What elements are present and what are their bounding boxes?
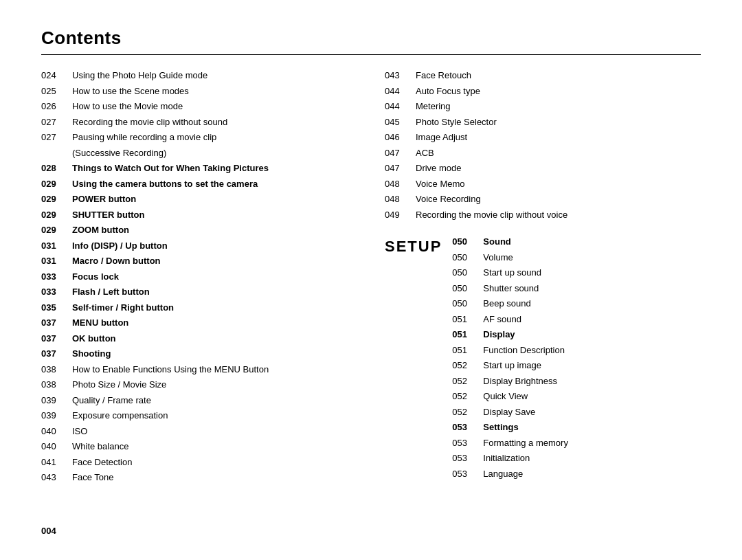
left-toc-entry: 037MENU button — [41, 316, 357, 330]
setup-sub-entry: 050Volume — [452, 251, 701, 265]
left-toc-entry: 039Exposure compensation — [41, 409, 357, 423]
left-toc-entry: 025How to use the Scene modes — [41, 85, 357, 98]
toc-number: 024 — [41, 69, 72, 82]
toc-number: 041 — [41, 456, 72, 469]
toc-number: 037 — [41, 347, 72, 361]
toc-number: 035 — [41, 301, 72, 315]
setup-sub-entry: 050Shutter sound — [452, 282, 701, 295]
toc-number: 050 — [452, 297, 483, 311]
toc-text: AF sound — [483, 313, 701, 326]
toc-number: 038 — [41, 363, 72, 377]
toc-number: 048 — [385, 177, 416, 191]
left-toc-entry: 029ZOOM button — [41, 223, 357, 237]
toc-number: 031 — [41, 239, 72, 253]
toc-number: 043 — [41, 471, 72, 484]
setup-sub-entry: 053Formatting a memory — [452, 436, 701, 450]
toc-number: 053 — [452, 451, 483, 465]
setup-section-title: Sound — [483, 235, 701, 249]
toc-text: Self-timer / Right button — [72, 301, 357, 315]
setup-section-header: 051Display — [452, 328, 701, 341]
setup-sub-entry: 052Display Brightness — [452, 374, 701, 388]
toc-text: Flash / Left button — [72, 285, 357, 299]
toc-number: 052 — [452, 390, 483, 403]
toc-text: POWER button — [72, 192, 357, 206]
toc-text: Start up sound — [483, 266, 701, 280]
toc-text: OK button — [72, 332, 357, 346]
toc-number: 033 — [41, 270, 72, 284]
toc-text: Info (DISP) / Up button — [72, 239, 357, 253]
left-toc-entry: 037Shooting — [41, 347, 357, 361]
left-column: 024Using the Photo Help Guide mode025How… — [41, 69, 371, 486]
setup-sub-entry: 050Start up sound — [452, 266, 701, 280]
right-toc-entry: 043Face Retouch — [385, 69, 701, 82]
toc-text: Shooting — [72, 347, 357, 361]
toc-number: 040 — [41, 440, 72, 453]
left-toc-entry: 040White balance — [41, 440, 357, 453]
left-toc-entry: 043Face Tone — [41, 471, 357, 484]
setup-section-title: Display — [483, 328, 701, 341]
toc-number: 045 — [385, 115, 416, 129]
toc-number: 046 — [385, 131, 416, 144]
toc-number: 029 — [41, 208, 72, 222]
setup-section: SETUP 050Sound050Volume050Start up sound… — [385, 235, 701, 482]
toc-text: Exposure compensation — [72, 409, 357, 423]
toc-text: Auto Focus type — [416, 85, 701, 98]
toc-text: ACB — [416, 146, 701, 160]
toc-text: Shutter sound — [483, 282, 701, 295]
page-footer: 004 — [41, 526, 56, 536]
right-toc-entry: 045Photo Style Selector — [385, 115, 701, 129]
toc-number: 029 — [41, 192, 72, 206]
setup-sub-entry: 053Language — [452, 467, 701, 481]
toc-number: 050 — [452, 266, 483, 280]
toc-number: 044 — [385, 85, 416, 98]
left-toc-entry: 028Things to Watch Out for When Taking P… — [41, 161, 357, 175]
setup-sections: 050Sound050Volume050Start up sound050Shu… — [452, 235, 701, 482]
toc-text: Voice Recording — [416, 192, 701, 206]
toc-number: 037 — [41, 332, 72, 346]
toc-number: 038 — [41, 378, 72, 392]
left-toc-entry: 040ISO — [41, 425, 357, 438]
toc-number: 037 — [41, 316, 72, 330]
setup-label: SETUP — [385, 235, 442, 258]
page-container: Contents 024Using the Photo Help Guide m… — [0, 0, 742, 514]
toc-text: Using the Photo Help Guide mode — [72, 69, 357, 82]
toc-number: 027 — [41, 131, 72, 144]
toc-number: 025 — [41, 85, 72, 98]
toc-number: 051 — [452, 313, 483, 326]
toc-text: Formatting a memory — [483, 436, 701, 450]
toc-number: 027 — [41, 115, 72, 129]
left-toc-entry: 029POWER button — [41, 192, 357, 206]
toc-text: Recording the movie clip without sound — [72, 115, 357, 129]
toc-text: Voice Memo — [416, 177, 701, 191]
toc-text: ZOOM button — [72, 223, 357, 237]
toc-number: 043 — [385, 69, 416, 82]
toc-text: Photo Style Selector — [416, 115, 701, 129]
right-toc-entry: 047ACB — [385, 146, 701, 160]
right-column: 043Face Retouch044Auto Focus type044Mete… — [371, 69, 701, 486]
setup-sub-entry: 051AF sound — [452, 313, 701, 326]
toc-number: 033 — [41, 285, 72, 299]
setup-sub-entry: 052Display Save — [452, 405, 701, 419]
toc-text: Initialization — [483, 451, 701, 465]
setup-section-header: 053Settings — [452, 421, 701, 434]
left-toc-entry: 033Flash / Left button — [41, 285, 357, 299]
toc-text: Things to Watch Out for When Taking Pict… — [72, 161, 357, 175]
right-toc-entry: 047Drive mode — [385, 161, 701, 175]
left-toc-entry: 031Macro / Down button — [41, 254, 357, 268]
toc-text: Photo Size / Movie Size — [72, 378, 357, 392]
setup-sub-entry: 053Initialization — [452, 451, 701, 465]
setup-sub-entry: 051Function Description — [452, 344, 701, 357]
setup-sub-entry: 050Beep sound — [452, 297, 701, 311]
content-area: 024Using the Photo Help Guide mode025How… — [41, 69, 701, 486]
toc-number: 047 — [385, 146, 416, 160]
setup-section-header: 050Sound — [452, 235, 701, 249]
toc-text: How to use the Movie mode — [72, 100, 357, 113]
toc-text: Quick View — [483, 390, 701, 403]
left-toc: 024Using the Photo Help Guide mode025How… — [41, 69, 357, 484]
left-toc-entry: 026How to use the Movie mode — [41, 100, 357, 113]
left-toc-entry: 024Using the Photo Help Guide mode — [41, 69, 357, 82]
right-toc-entry: 048Voice Recording — [385, 192, 701, 206]
toc-number: 051 — [452, 328, 483, 341]
setup-sub-entry: 052Quick View — [452, 390, 701, 403]
left-toc-entry: 035Self-timer / Right button — [41, 301, 357, 315]
